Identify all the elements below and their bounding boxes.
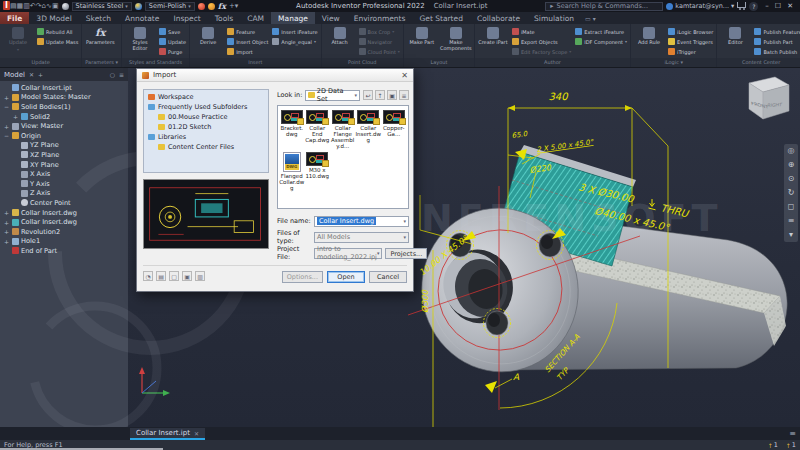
tree-expander[interactable]: + <box>3 238 10 245</box>
ribbon-tab-tools[interactable]: Tools <box>208 12 240 24</box>
update-indicator[interactable]: ↑1 <box>786 441 796 449</box>
tree-item-collar-insert-dwg[interactable]: +Collar Insert.dwg <box>0 208 128 218</box>
tree-item-xy-plane[interactable]: XY Plane <box>0 160 128 170</box>
itrigger-button[interactable]: iTrigger <box>668 47 713 56</box>
up-one-level-icon[interactable]: ↑ <box>375 90 385 100</box>
parameters-fx-icon[interactable]: fx <box>218 1 226 11</box>
recent-icon[interactable]: ◔ <box>143 271 153 281</box>
editor-button[interactable]: Editor <box>720 26 750 46</box>
minimize-button[interactable]: – <box>765 2 769 10</box>
tree-item-revolution2[interactable]: +Revolution2 <box>0 227 128 237</box>
file-item-collar-flange-assembly-d-[interactable]: Collar Flange Assembly.d... <box>330 110 356 149</box>
qat-dropdown-icon[interactable]: ▾ <box>235 2 239 10</box>
idf-component-button[interactable]: IDF Component▾ <box>575 37 627 46</box>
view-cube[interactable]: FRONT RIGHT <box>734 74 792 128</box>
file-name-combo[interactable]: Collar Insert.dwg▾ <box>314 216 409 227</box>
import-button[interactable]: Import <box>227 47 268 56</box>
browser-add-tab-icon[interactable]: + <box>38 71 43 78</box>
make-components-button[interactable]: Make Components <box>441 26 471 51</box>
ribbon-tab-3d-model[interactable]: 3D Model <box>29 12 78 24</box>
ribbon-tab-cam[interactable]: CAM <box>240 12 271 24</box>
search-input[interactable]: ▸Search Help & Commands... <box>545 2 663 11</box>
new-file-icon[interactable]: ▤ <box>10 2 17 10</box>
ribbon-tab-inspect[interactable]: Inspect <box>166 12 207 24</box>
tree-item-origin[interactable]: −Origin <box>0 131 128 141</box>
imate-button[interactable]: iMate <box>512 27 571 36</box>
tree-expander[interactable]: − <box>3 103 10 110</box>
projects-button[interactable]: Projects... <box>385 248 427 259</box>
tree-item-z-axis[interactable]: Z Axis <box>0 189 128 199</box>
full-navigation-wheel-icon[interactable]: ◎ <box>788 147 795 155</box>
tree-item-view-master[interactable]: +View: Master <box>0 121 128 131</box>
parameters-button[interactable]: fxParameters <box>85 26 115 46</box>
help-icon[interactable]: ? <box>749 2 758 11</box>
image-icon[interactable]: ▣ <box>52 2 59 10</box>
batch-publish-button[interactable]: Batch Publish <box>754 47 800 56</box>
ribbon-tab-get-started[interactable]: Get Started <box>412 12 469 24</box>
file-item-copper-ga-[interactable]: Copper-Ga... <box>381 110 407 149</box>
file-item-flanged-collar-dwg[interactable]: DWGFlanged Collar.dwg <box>279 152 305 191</box>
ribbon-tab-sketch[interactable]: Sketch <box>79 12 118 24</box>
browser-close-icon[interactable]: ✕ <box>29 71 34 78</box>
list-icon[interactable]: ▥ <box>195 271 205 281</box>
make-part-button[interactable]: Make Part <box>407 26 437 46</box>
angle-equal-button[interactable]: Angle_equal▾ <box>272 37 317 46</box>
browser-menu-icon[interactable]: ≡ <box>119 71 124 78</box>
zoom-icon[interactable]: ⊙ <box>788 175 795 183</box>
tree-item-solid2[interactable]: +Solid2 <box>0 112 128 122</box>
navbar-dropdown-icon[interactable]: ▾ <box>789 231 793 239</box>
rebuild-all-button[interactable]: Rebuild All <box>37 27 78 36</box>
publish-part-button[interactable]: Publish Part <box>754 37 800 46</box>
tab-menu-icon[interactable]: ≡ <box>789 429 796 438</box>
appearance-clear-icon[interactable] <box>208 3 215 10</box>
file-item-m30-x-110-dwg[interactable]: M30 x 110.dwg <box>305 152 331 191</box>
file-item-collar-insert-dwg[interactable]: Collar Insert.dwg <box>356 110 382 149</box>
tree-item-xz-plane[interactable]: XZ Plane <box>0 150 128 160</box>
derive-button[interactable]: Derive <box>193 26 223 46</box>
tree-item-solid-bodies-1-[interactable]: −Solid Bodies(1) <box>0 102 128 112</box>
inventor-logo[interactable]: I <box>3 1 10 10</box>
orbit-icon[interactable]: ↻ <box>788 189 795 197</box>
tree-item-center-point[interactable]: Center Point <box>0 198 128 208</box>
file-item-bracket-dwg[interactable]: Bracket.dwg <box>279 110 305 149</box>
view-menu-icon[interactable]: ≡ <box>399 90 409 100</box>
cart-icon[interactable] <box>737 2 746 8</box>
ribbon-tab-view[interactable]: View <box>315 12 347 24</box>
tree-item-model-states-master[interactable]: +Model States: Master <box>0 93 128 103</box>
tree-expander[interactable]: + <box>3 94 10 101</box>
user-account[interactable]: kamtarat@syn...▾ <box>666 2 734 10</box>
ribbon-tab-file[interactable]: File <box>0 12 29 24</box>
tree-expander[interactable]: + <box>3 123 10 130</box>
preview-icon[interactable]: ▢ <box>169 271 179 281</box>
ilogic-browser-button[interactable]: iLogic Browser <box>668 27 713 36</box>
tree-expander[interactable]: − <box>3 132 10 139</box>
create-ipart-button[interactable]: Create iPart <box>478 26 508 46</box>
files-of-type-combo[interactable]: All Models▾ <box>314 232 409 243</box>
dialog-close-icon[interactable]: ✕ <box>401 71 408 80</box>
styles-editor-button[interactable]: Styles Editor <box>125 26 155 51</box>
tree-expander[interactable]: + <box>3 209 10 216</box>
ribbon-tab-manage[interactable]: Manage <box>271 12 315 24</box>
look-in-combo[interactable]: 2D Data Set ▾ <box>305 90 360 101</box>
document-tab[interactable]: Collar Insert.ipt ✕ <box>130 428 205 440</box>
nav-item-workspace[interactable]: Workspace <box>144 92 268 102</box>
attach-button[interactable]: Attach <box>325 26 355 46</box>
publish-feature-button[interactable]: Publish Feature <box>754 27 800 36</box>
nav-item-libraries[interactable]: Libraries <box>144 132 268 142</box>
appearance-adjust-icon[interactable] <box>198 3 205 10</box>
save-button[interactable]: Save <box>159 27 186 36</box>
link-icon[interactable]: ▣ <box>182 271 192 281</box>
tree-expander[interactable]: + <box>12 113 19 120</box>
update-mass-button[interactable]: Update Mass <box>37 37 78 46</box>
nav-item-01-2d-sketch[interactable]: 01.2D Sketch <box>144 122 268 132</box>
last-folder-icon[interactable]: ↩ <box>363 90 373 100</box>
ribbon-display-toggle[interactable]: ▭ ▾ <box>585 12 596 24</box>
insert-object-button[interactable]: Insert Object <box>227 37 268 46</box>
update-indicator[interactable]: ↑1 <box>768 441 778 449</box>
update-button[interactable]: Update <box>159 37 186 46</box>
search-icon[interactable]: ○ <box>110 71 115 78</box>
feature-button[interactable]: Feature <box>227 27 268 36</box>
event-triggers-button[interactable]: Event Triggers <box>668 37 713 46</box>
tree-item-y-axis[interactable]: Y Axis <box>0 179 128 189</box>
tree-expander[interactable]: + <box>3 228 10 235</box>
